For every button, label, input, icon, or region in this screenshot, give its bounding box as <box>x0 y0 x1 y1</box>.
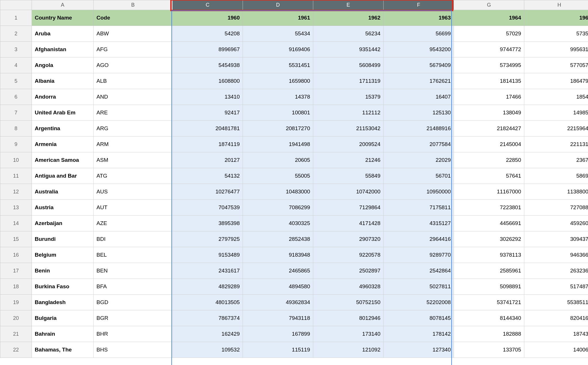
row-header[interactable]: 2 <box>0 26 32 42</box>
cell-country[interactable]: Angola <box>32 57 94 73</box>
cell-value[interactable]: 5454938 <box>173 57 243 73</box>
cell[interactable]: 1960 <box>173 10 243 26</box>
cell[interactable]: 1965 <box>524 10 588 26</box>
cell-value[interactable]: 53741721 <box>454 295 524 310</box>
cell-value[interactable]: 11388000 <box>524 184 588 200</box>
cell-country[interactable]: Austria <box>32 200 94 216</box>
cell-code[interactable]: ALB <box>94 73 173 89</box>
cell-value[interactable]: 49362834 <box>243 295 313 310</box>
cell-value[interactable]: 2465865 <box>243 263 313 279</box>
cell-value[interactable]: 15379 <box>313 89 384 105</box>
cell-value[interactable]: 7943118 <box>243 310 313 326</box>
cell-value[interactable]: 8204168 <box>524 310 588 326</box>
cell-code[interactable]: ARM <box>94 137 173 152</box>
col-header-F[interactable]: F <box>384 0 454 10</box>
cell-value[interactable]: 2542864 <box>384 263 454 279</box>
row-header[interactable]: 19 <box>0 295 32 310</box>
cell-value[interactable]: 5027811 <box>384 279 454 295</box>
cell[interactable]: 1964 <box>454 10 524 26</box>
cell-value[interactable]: 109532 <box>173 342 243 358</box>
row-header[interactable]: 11 <box>0 168 32 184</box>
cell-value[interactable]: 9378113 <box>454 247 524 263</box>
cell-code[interactable]: BGD <box>94 295 173 310</box>
cell-value[interactable]: 4456691 <box>454 216 524 231</box>
cell-value[interactable]: 2502897 <box>313 263 384 279</box>
cell-country[interactable]: Afghanistan <box>32 42 94 57</box>
cell-value[interactable]: 3094378 <box>524 231 588 247</box>
cell-value[interactable]: 9543200 <box>384 42 454 57</box>
cell-value[interactable]: 52202008 <box>384 295 454 310</box>
cell-value[interactable]: 20127 <box>173 152 243 168</box>
cell-value[interactable]: 9153489 <box>173 247 243 263</box>
cell-value[interactable]: 18542 <box>524 89 588 105</box>
cell-value[interactable]: 8996967 <box>173 42 243 57</box>
cell-value[interactable]: 56234 <box>313 26 384 42</box>
cell-value[interactable]: 4894580 <box>243 279 313 295</box>
cell-value[interactable]: 2585961 <box>454 263 524 279</box>
cell-country[interactable]: Andorra <box>32 89 94 105</box>
cell-country[interactable]: Belgium <box>32 247 94 263</box>
cell-value[interactable]: 1814135 <box>454 73 524 89</box>
cell-value[interactable]: 20481781 <box>173 121 243 137</box>
cell-value[interactable]: 13410 <box>173 89 243 105</box>
cell-code[interactable]: BHR <box>94 326 173 342</box>
col-header-D[interactable]: D <box>243 0 313 10</box>
cell-value[interactable]: 7223801 <box>454 200 524 216</box>
cell-value[interactable]: 23675 <box>524 152 588 168</box>
cell-value[interactable]: 7129864 <box>313 200 384 216</box>
cell-value[interactable]: 5531451 <box>243 57 313 73</box>
cell-value[interactable]: 7867374 <box>173 310 243 326</box>
cell-value[interactable]: 2964416 <box>384 231 454 247</box>
cell-country[interactable]: Burkina Faso <box>32 279 94 295</box>
cell-code[interactable]: AGO <box>94 57 173 73</box>
cell-value[interactable]: 187432 <box>524 326 588 342</box>
cell-value[interactable]: 8078145 <box>384 310 454 326</box>
cell-value[interactable]: 1864791 <box>524 73 588 89</box>
cell-value[interactable]: 5679409 <box>384 57 454 73</box>
cell-value[interactable]: 4030325 <box>243 216 313 231</box>
cell-value[interactable]: 3026292 <box>454 231 524 247</box>
cell-value[interactable]: 140060 <box>524 342 588 358</box>
cell-code[interactable]: AND <box>94 89 173 105</box>
cell-value[interactable]: 5734995 <box>454 57 524 73</box>
row-header[interactable]: 13 <box>0 200 32 216</box>
cell-value[interactable]: 22029 <box>384 152 454 168</box>
cell-value[interactable]: 7086299 <box>243 200 313 216</box>
cell-value[interactable]: 9744772 <box>454 42 524 57</box>
cell-value[interactable]: 57029 <box>454 26 524 42</box>
cell-value[interactable]: 7270889 <box>524 200 588 216</box>
cell-country[interactable]: American Samoa <box>32 152 94 168</box>
cell-value[interactable]: 8144340 <box>454 310 524 326</box>
cell-value[interactable]: 5608499 <box>313 57 384 73</box>
cell[interactable]: 1963 <box>384 10 454 26</box>
cell-value[interactable]: 22159644 <box>524 121 588 137</box>
cell-value[interactable]: 112112 <box>313 105 384 121</box>
cell-value[interactable]: 10483000 <box>243 184 313 200</box>
row-header[interactable]: 18 <box>0 279 32 295</box>
cell-value[interactable]: 7047539 <box>173 200 243 216</box>
cell-value[interactable]: 182888 <box>454 326 524 342</box>
row-header[interactable]: 14 <box>0 216 32 231</box>
cell-code[interactable]: AUT <box>94 200 173 216</box>
cell-value[interactable]: 55434 <box>243 26 313 42</box>
cell-value[interactable]: 7175811 <box>384 200 454 216</box>
cell-value[interactable]: 21246 <box>313 152 384 168</box>
cell-value[interactable]: 4171428 <box>313 216 384 231</box>
cell-country[interactable]: Bangladesh <box>32 295 94 310</box>
cell-value[interactable]: 92417 <box>173 105 243 121</box>
cell-value[interactable]: 57641 <box>454 168 524 184</box>
cell-country[interactable]: United Arab Em <box>32 105 94 121</box>
cell-value[interactable]: 48013505 <box>173 295 243 310</box>
cell-value[interactable]: 4592601 <box>524 216 588 231</box>
cell-value[interactable]: 9351442 <box>313 42 384 57</box>
row-header[interactable]: 1 <box>0 10 32 26</box>
cell-value[interactable]: 11167000 <box>454 184 524 200</box>
cell-value[interactable]: 3895398 <box>173 216 243 231</box>
cell-value[interactable]: 55385114 <box>524 295 588 310</box>
cell-value[interactable]: 14378 <box>243 89 313 105</box>
cell-value[interactable]: 5770573 <box>524 57 588 73</box>
col-header-G[interactable]: G <box>454 0 524 10</box>
cell-value[interactable]: 162429 <box>173 326 243 342</box>
cell-value[interactable]: 56699 <box>384 26 454 42</box>
cell-value[interactable]: 22850 <box>454 152 524 168</box>
